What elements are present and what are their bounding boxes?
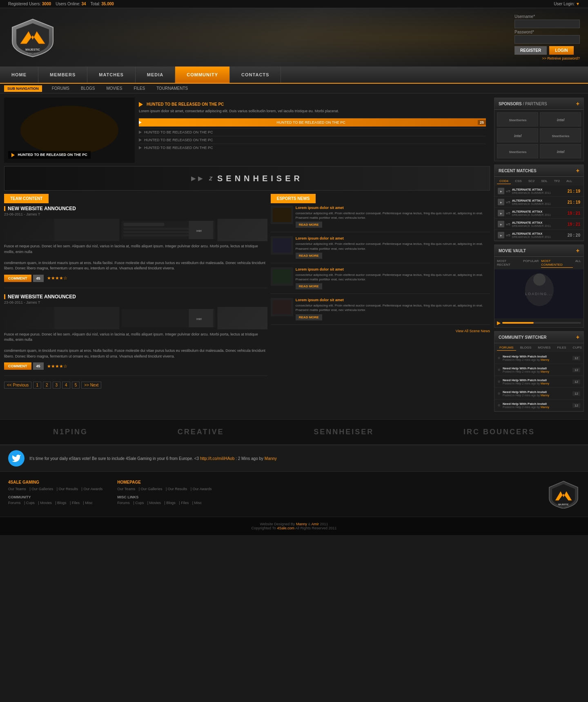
movie-tab-popular[interactable]: POPULAR (523, 258, 539, 268)
sub-nav: SUB NAVIGATION FORUMS BLOGS MOVIES FILES… (0, 84, 588, 93)
footer-movies-1[interactable]: Movies (40, 501, 52, 505)
match-tab-cod4[interactable]: COD4 (497, 178, 511, 184)
community-add-btn[interactable]: + (576, 334, 579, 340)
footer-misc-2[interactable]: Misc (194, 501, 202, 505)
nav-contacts[interactable]: CONTACTS (230, 67, 281, 83)
site-logo[interactable]: MAJESTIC ESPORTS (8, 17, 57, 58)
pagination-next[interactable]: >> Next (81, 382, 101, 389)
pagination-2[interactable]: 2 (43, 382, 51, 389)
match-icon-2: ▶ (498, 210, 504, 216)
footer-our-galleries-2[interactable]: Our Galleries (140, 487, 162, 491)
movie-loading-text: LOADING... (525, 292, 553, 296)
article-2-comment-btn[interactable]: COMMENT (4, 362, 31, 370)
movie-tab-all[interactable]: ALL (575, 258, 581, 268)
community-item-2[interactable]: Need Help With Patch Install Posted in H… (494, 376, 584, 388)
hero-item-0[interactable]: HUNTED TO BE RELEASED ON THE PC 25 (139, 118, 486, 127)
register-button[interactable]: REGISTER (514, 46, 547, 55)
hero-item-1[interactable]: HUNTED TO BE RELEASED ON THE PC (139, 128, 486, 136)
read-more-0[interactable]: READ MORE (296, 222, 322, 228)
footer-designer2[interactable]: Amir (311, 522, 319, 526)
community-tab-forums[interactable]: FORUMS (497, 345, 516, 351)
footer-our-teams-1[interactable]: Our Teams (8, 487, 26, 491)
footer-movies-2[interactable]: Movies (149, 501, 161, 505)
community-dot-0 (498, 357, 500, 359)
pagination-prev[interactable]: << Previous (4, 382, 31, 389)
nav-community[interactable]: COMMUNITY (175, 67, 230, 83)
svg-text:intel: intel (557, 150, 564, 154)
match-row-0: ▶ v/5 ALTERNATE ATTAX DREAMHACK SUMMER 2… (494, 186, 584, 197)
footer-designer1[interactable]: Manny (296, 522, 307, 526)
movie-play-btn[interactable]: ▶ (497, 320, 501, 326)
nav-home[interactable]: HOME (0, 67, 38, 83)
matches-add-btn[interactable]: + (576, 167, 579, 174)
subnav-blogs[interactable]: BLOGS (75, 84, 100, 93)
footer-our-awards-1[interactable]: Our Awards (83, 487, 102, 491)
subnav-movies[interactable]: MOVIES (100, 84, 128, 93)
footer-company[interactable]: 4Sale.com (277, 526, 294, 530)
movie-tab-recent[interactable]: MOST RECENT (497, 258, 521, 268)
subnav-files[interactable]: FILES (128, 84, 151, 93)
nav-members[interactable]: MEMBERS (38, 67, 87, 83)
svg-text:intel: intel (514, 134, 521, 138)
subnav-tournaments[interactable]: TOURNAMENTS (151, 84, 194, 93)
match-tab-sdl[interactable]: SDL (539, 178, 550, 184)
twitter-link[interactable]: http://t.co/miIiHAob (200, 456, 234, 461)
footer-misc-1[interactable]: Misc (85, 501, 93, 505)
subnav-forums[interactable]: FORUMS (46, 84, 75, 93)
community-item-4[interactable]: Need Help With Patch Install Posted in H… (494, 400, 584, 411)
footer-our-teams-2[interactable]: Our Teams (117, 487, 135, 491)
match-tab-tf2[interactable]: TF2 (552, 178, 562, 184)
community-tab-cups[interactable]: CUPS (570, 345, 584, 351)
pagination-4[interactable]: 4 (62, 382, 70, 389)
footer-blogs-1[interactable]: Blogs (57, 501, 67, 505)
login-button[interactable]: LOGIN (549, 46, 574, 55)
footer-our-results-1[interactable]: Our Results (59, 487, 78, 491)
footer-our-galleries-1[interactable]: Our Galleries (31, 487, 53, 491)
movie-tab-commented[interactable]: MOST COMMENTED (541, 258, 573, 268)
read-more-3[interactable]: READ MORE (296, 314, 322, 320)
community-dot-1 (498, 369, 500, 371)
read-more-1[interactable]: READ MORE (296, 253, 322, 259)
community-item-3[interactable]: Need Help With Patch Install Posted in H… (494, 388, 584, 400)
retrieve-password-link[interactable]: >> Retreive password? (514, 56, 580, 60)
footer-cups-2[interactable]: Cups (135, 501, 144, 505)
match-tab-sc2[interactable]: SC2 (526, 178, 537, 184)
match-tab-all[interactable]: ALL (564, 178, 575, 184)
svg-rect-26 (273, 238, 291, 253)
footer-files-2[interactable]: Files (181, 501, 189, 505)
sponsors-add-btn[interactable]: + (576, 100, 579, 107)
article-1-comment-btn[interactable]: COMMENT (4, 275, 31, 282)
footer-our-results-2[interactable]: Our Results (168, 487, 187, 491)
team-content-tab[interactable]: TEAM CONTENT (4, 194, 49, 203)
footer-files-1[interactable]: Files (72, 501, 80, 505)
esports-news-tab[interactable]: ESPORTS NEWS (271, 194, 316, 203)
footer-cups-1[interactable]: Cups (26, 501, 35, 505)
community-tab-files[interactable]: FILES (555, 345, 568, 351)
password-input[interactable] (514, 35, 580, 44)
dropdown-arrow[interactable]: ▼ (576, 2, 580, 6)
view-all-scene-link[interactable]: View All Scene News (456, 329, 490, 333)
footer-blogs-2[interactable]: Blogs (166, 501, 176, 505)
sponsors-bar: N1PING CREATIVE SENNHEISER IRC BOUNCERS (0, 419, 588, 445)
pagination-1[interactable]: 1 (33, 382, 41, 389)
nav-matches[interactable]: MATCHES (87, 67, 136, 83)
username-input[interactable] (514, 20, 580, 28)
community-item-1[interactable]: Need Help With Patch Install Posted in H… (494, 364, 584, 376)
community-tab-movies[interactable]: MOVIES (535, 345, 553, 351)
movie-add-btn[interactable]: + (576, 247, 579, 254)
hero-item-3[interactable]: HUNTED TO BE RELEASED ON THE PC (139, 144, 486, 151)
footer-forums-2[interactable]: Forums (117, 501, 130, 505)
hero-item-2[interactable]: HUNTED TO BE RELEASED ON THE PC (139, 136, 486, 144)
community-item-0[interactable]: Need Help With Patch Install Posted in H… (494, 352, 584, 364)
footer-our-awards-2[interactable]: Our Awards (193, 487, 212, 491)
pagination-5[interactable]: 5 (72, 382, 80, 389)
total-label: Total: (91, 2, 100, 6)
movie-tabs: MOST RECENT POPULAR MOST COMMENTED ALL (494, 257, 584, 269)
movie-progress-bar[interactable] (502, 322, 581, 324)
pagination-3[interactable]: 3 (53, 382, 61, 389)
footer-forums-1[interactable]: Forums (8, 501, 21, 505)
match-tab-css[interactable]: CSS (512, 178, 524, 184)
nav-media[interactable]: MEDIA (136, 67, 175, 83)
read-more-2[interactable]: READ MORE (296, 283, 322, 289)
community-tab-blogs[interactable]: BLOGS (518, 345, 534, 351)
